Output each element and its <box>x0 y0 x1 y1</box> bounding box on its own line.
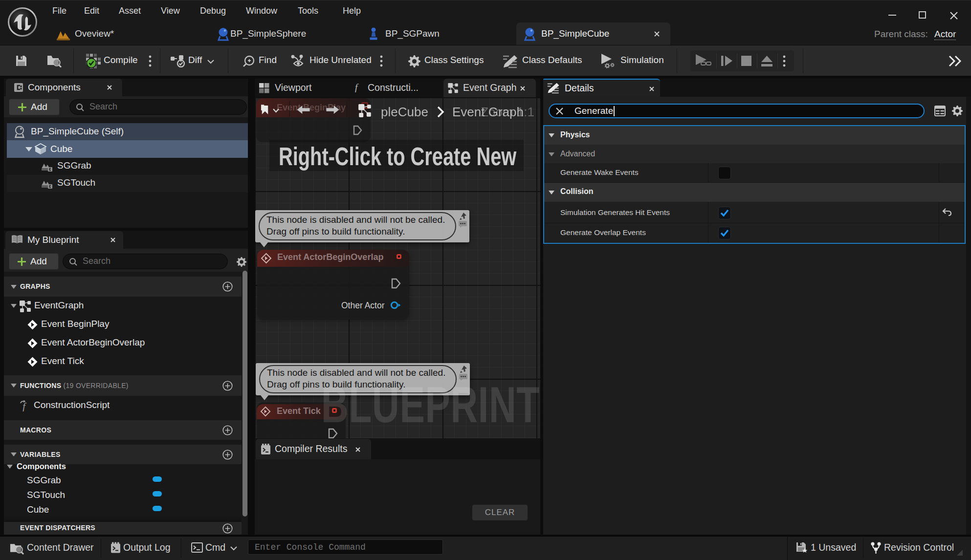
svg-text:f: f <box>22 401 27 411</box>
